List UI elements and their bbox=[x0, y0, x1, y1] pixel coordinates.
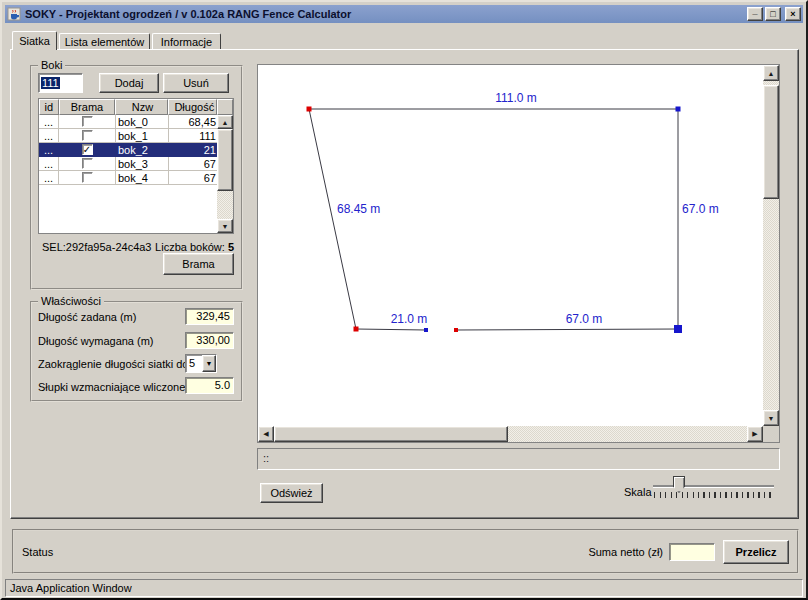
close-icon: × bbox=[790, 9, 795, 20]
tab-informacje[interactable]: Informacje bbox=[152, 33, 221, 49]
java-status-bar: Java Application Window bbox=[5, 579, 803, 597]
maximize-button[interactable]: □ bbox=[765, 7, 781, 21]
maximize-icon: □ bbox=[770, 9, 775, 20]
footer-panel: Status Suma netto (zł) Przelicz bbox=[12, 529, 799, 574]
tab-content-panel bbox=[10, 49, 799, 519]
tab-informacje-label: Informacje bbox=[161, 36, 212, 48]
tab-siatka-label: Siatka bbox=[19, 35, 50, 47]
net-sum-field[interactable] bbox=[669, 543, 715, 561]
title-bar[interactable]: SOKY - Projektant ogrodzeń / v 0.102a RA… bbox=[5, 5, 803, 23]
minimize-button[interactable]: _ bbox=[747, 7, 763, 21]
calculate-button-label: Przelicz bbox=[736, 546, 777, 558]
window-title: SOKY - Projektant ogrodzeń / v 0.102a RA… bbox=[25, 8, 351, 20]
calculate-button[interactable]: Przelicz bbox=[723, 540, 789, 564]
java-icon bbox=[7, 7, 21, 21]
minimize-icon: _ bbox=[752, 6, 757, 17]
tab-siatka[interactable]: Siatka bbox=[12, 31, 57, 50]
status-label: Status bbox=[22, 546, 53, 558]
tab-lista-elementow[interactable]: Lista elementów bbox=[59, 33, 150, 49]
app-window: SOKY - Projektant ogrodzeń / v 0.102a RA… bbox=[0, 0, 808, 600]
wlasciwosci-group-title: Właściwości bbox=[38, 295, 104, 307]
boki-group-title: Boki bbox=[38, 59, 65, 71]
tab-lista-label: Lista elementów bbox=[65, 36, 145, 48]
close-button[interactable]: × bbox=[785, 7, 801, 21]
net-sum-label: Suma netto (zł) bbox=[588, 546, 663, 558]
